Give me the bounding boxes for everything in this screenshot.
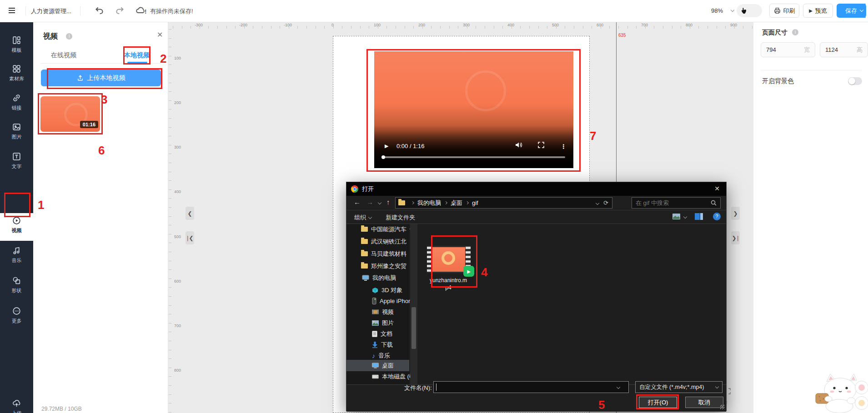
tree-item-documents[interactable]: 文档 (370, 328, 392, 339)
history-chevron-icon[interactable] (378, 201, 381, 204)
preview-button[interactable]: ▶ 预览 (803, 4, 833, 18)
dialog-titlebar[interactable]: 打开 ✕ (346, 182, 726, 196)
page-width-input[interactable] (766, 46, 790, 53)
print-button[interactable]: 印刷 (769, 4, 799, 18)
zoom-chevron-icon[interactable] (731, 8, 734, 12)
crumb-folder[interactable]: gif (472, 199, 478, 206)
tab-online-video[interactable]: 在线视频 (51, 51, 76, 60)
organize-button[interactable]: 组织 (354, 214, 371, 222)
address-dropdown-icon[interactable] (596, 201, 599, 204)
sidebar-item-template[interactable]: 模板 (0, 33, 33, 59)
template-icon (12, 35, 21, 45)
tree-item-pinned[interactable]: 郑州豫之安贸 (359, 261, 415, 271)
page-height-input[interactable] (825, 46, 849, 53)
video-kebab-icon[interactable]: ⋮ (561, 143, 567, 150)
collapse-to-start-icon[interactable]: ∣❮ (186, 231, 194, 244)
panel-close-icon[interactable]: ✕ (157, 30, 163, 39)
collapse-right-icon[interactable]: ❯ (731, 207, 740, 220)
tree-item-pinned[interactable]: 马贝建筑材料 (359, 249, 415, 259)
sidebar-item-text[interactable]: 文字 (0, 149, 33, 175)
sticker-badge[interactable] (855, 396, 868, 410)
hamburger-menu-icon[interactable] (7, 6, 16, 16)
crumb-desktop[interactable]: 桌面 (451, 199, 462, 207)
sidebar-item-link[interactable]: 链接 (0, 90, 33, 117)
ruler-label: 700 (641, 23, 648, 27)
video-watermark-ring (465, 70, 506, 111)
filename-dropdown-icon[interactable] (617, 385, 620, 389)
search-input[interactable] (636, 199, 704, 206)
cloud-unsaved-icon: ! (135, 5, 146, 17)
cancel-button[interactable]: 取消 (685, 397, 723, 408)
sidebar-item-video[interactable]: 视频 (0, 213, 33, 241)
video-play-icon[interactable]: ▶ (385, 143, 388, 149)
tree-item-pinned[interactable]: 武汉钢铁江北 (359, 236, 415, 247)
info-icon[interactable]: i (792, 29, 798, 35)
sidebar-item-music[interactable]: 音乐 (0, 243, 33, 269)
sticker-badge[interactable] (855, 381, 868, 394)
breadcrumb[interactable]: 我的电脑 桌面 gif ⟳ (395, 197, 612, 209)
video-fullscreen-icon[interactable] (538, 142, 544, 149)
file-name-line1: yunzhanintro.m (419, 277, 478, 284)
chevron-right-icon (444, 201, 447, 204)
page-height-field[interactable]: 高 (820, 42, 868, 57)
redo-icon[interactable] (115, 5, 125, 17)
seek-handle[interactable] (381, 155, 385, 159)
search-box[interactable] (632, 197, 721, 209)
collapse-left-icon[interactable]: ❮ (186, 207, 194, 220)
tree-item-3d[interactable]: 3D 对象 (370, 285, 402, 295)
video-volume-icon[interactable] (515, 142, 522, 149)
search-icon[interactable] (711, 200, 717, 206)
tab-local-video[interactable]: 本地视频 (124, 51, 150, 60)
open-button[interactable]: 打开(O) (639, 397, 677, 408)
page-width-field[interactable]: 宽 (761, 42, 815, 57)
filename-field[interactable] (433, 381, 629, 393)
crumb-computer[interactable]: 我的电脑 (417, 199, 441, 207)
sidebar-item-upload[interactable]: 上传 (0, 396, 33, 413)
undo-icon[interactable] (95, 5, 105, 17)
sidebar-item-shape[interactable]: 形状 (0, 273, 33, 299)
tree-item-pictures[interactable]: 图片 (370, 318, 394, 328)
tree-item-computer[interactable]: 我的电脑 (360, 273, 396, 283)
new-folder-button[interactable]: 新建文件夹 (386, 214, 415, 222)
tree-scrollbar-thumb[interactable] (411, 307, 416, 349)
view-thumbnails-icon[interactable] (672, 213, 681, 221)
back-icon[interactable]: ← (354, 198, 361, 206)
tree-item-videos[interactable]: 视频 (370, 307, 394, 317)
sidebar-item-image[interactable]: 图片 (0, 119, 33, 146)
help-icon[interactable]: ? (713, 213, 721, 220)
refresh-icon[interactable]: ⟳ (603, 199, 608, 206)
resize-grip[interactable] (720, 405, 725, 409)
video-thumbnail[interactable]: 01:16 (40, 96, 100, 132)
forward-icon[interactable]: → (366, 198, 373, 206)
canvas-video-player[interactable]: ▶ 0:00 / 1:16 ⋮ (374, 51, 573, 168)
tree-item-downloads[interactable]: 下载 (370, 339, 393, 350)
up-icon[interactable]: ↑ (386, 198, 390, 206)
tree-item-iphone[interactable]: Apple iPhone (370, 296, 415, 306)
zoom-level[interactable]: 98% (711, 7, 723, 14)
hand-tool-toggle[interactable] (737, 4, 762, 17)
tree-item-pinned[interactable]: 中国能源汽车 (359, 224, 415, 234)
info-icon[interactable]: i (66, 33, 72, 40)
sidebar-item-library[interactable]: 素材库 (0, 61, 33, 88)
collapse-to-end-icon[interactable]: ❯∣ (731, 231, 740, 244)
filename-input[interactable] (436, 383, 613, 391)
tree-scrollbar-track[interactable] (410, 224, 417, 384)
sidebar-item-more[interactable]: 更多 (0, 304, 33, 330)
filetype-select[interactable]: 自定义文件 (*.m4v;*.mp4) (635, 381, 722, 393)
filename-label: 文件名(N): (404, 384, 432, 392)
tree-item-desktop[interactable]: 桌面 (370, 360, 394, 371)
video-seek-bar[interactable] (382, 156, 565, 158)
chrome-icon (351, 185, 358, 193)
view-dropdown-icon[interactable] (683, 215, 687, 219)
dialog-close-icon[interactable]: ✕ (714, 185, 720, 192)
filetype-value: 自定义文件 (*.m4v;*.mp4) (639, 383, 704, 391)
file-item[interactable]: ▶ yunzhanintro.m p4 (423, 240, 482, 295)
bg-color-toggle[interactable] (848, 77, 862, 85)
details-pane-icon[interactable] (695, 213, 703, 221)
upload-local-video-button[interactable]: 上传本地视频 (41, 70, 161, 86)
preview-label: 预览 (815, 7, 827, 15)
save-dropdown-button[interactable] (857, 4, 866, 18)
tree-item-music[interactable]: ♪音乐 (370, 350, 390, 361)
document-title[interactable]: 人力资源管理... (31, 7, 71, 15)
height-unit: 高 (857, 46, 863, 54)
